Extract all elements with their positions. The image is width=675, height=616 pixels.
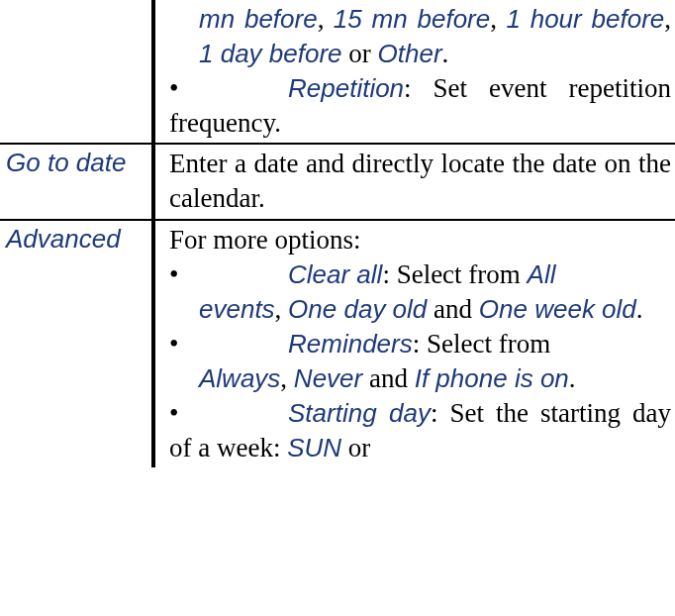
opt-all-events-tail: events xyxy=(199,294,275,324)
opt-mn-before: mn before xyxy=(199,4,318,34)
opt-one-week-old: One week old xyxy=(479,294,636,324)
row-body-reminder: mn before, 15 mn before, 1 hour before, … xyxy=(153,0,675,144)
em-repetition: Repetition xyxy=(288,73,404,103)
label-go-to-date: Go to date xyxy=(0,144,153,219)
word-and: and xyxy=(427,294,478,324)
dot: . xyxy=(636,294,643,324)
word-and: and xyxy=(362,363,414,393)
opt-if-phone-on: If phone is on xyxy=(415,363,569,393)
opt-other: Other xyxy=(378,39,442,68)
bullet-starting-day: Starting day: Set the starting day of a … xyxy=(169,396,671,465)
reminder-options-line: mn before, 15 mn before, 1 hour before, … xyxy=(169,2,671,71)
opt-1day-before: 1 day before xyxy=(199,39,342,68)
bullet-repetition: Repetition: Set event repetition frequen… xyxy=(169,71,671,141)
em-starting-day: Starting day xyxy=(288,398,431,428)
em-clear-all: Clear all xyxy=(288,259,382,289)
row-reminder-continued: mn before, 15 mn before, 1 hour before, … xyxy=(0,0,675,144)
body-go-to-date: Enter a date and directly locate the dat… xyxy=(153,144,675,219)
opt-never: Never xyxy=(294,363,362,393)
opt-always: Always xyxy=(199,363,280,393)
text-clear-all-a: : Select from xyxy=(382,259,527,289)
opt-one-day-old: One day old xyxy=(288,294,427,324)
sep: , xyxy=(664,4,671,34)
opt-sun: SUN xyxy=(287,433,341,462)
text-repetition-rest: : Set event repetition frequency. xyxy=(169,73,671,138)
clear-all-cont: events, One day old and One week old. xyxy=(169,292,671,327)
bullet-clear-all: Clear all: Select from All xyxy=(169,257,671,292)
body-advanced: For more options: Clear all: Select from… xyxy=(153,220,675,468)
row-go-to-date: Go to date Enter a date and directly loc… xyxy=(0,144,675,219)
sep: , xyxy=(275,294,289,324)
text-advanced-intro: For more options: xyxy=(169,223,671,257)
opt-15mn-before: 15 mn before xyxy=(334,4,490,34)
opt-all-events: All xyxy=(528,259,556,289)
word-or: or xyxy=(341,433,370,462)
sep: , xyxy=(318,4,334,34)
options-table: mn before, 15 mn before, 1 hour before, … xyxy=(0,0,675,467)
opt-1hour-before: 1 hour before xyxy=(506,4,664,34)
text-reminders-a: : Select from xyxy=(413,329,550,359)
text-go-to-date: Enter a date and directly locate the dat… xyxy=(169,147,671,216)
row-label-blank xyxy=(0,0,153,144)
label-advanced: Advanced xyxy=(0,220,153,468)
dot: . xyxy=(569,363,576,393)
word-or: or xyxy=(342,39,378,68)
reminders-cont: Always, Never and If phone is on. xyxy=(169,361,671,396)
sep: , xyxy=(280,363,294,393)
row-advanced: Advanced For more options: Clear all: Se… xyxy=(0,220,675,468)
sep: , xyxy=(490,4,506,34)
bullet-reminders: Reminders: Select from xyxy=(169,327,671,361)
em-reminders: Reminders xyxy=(288,329,413,359)
dot: . xyxy=(442,39,449,68)
